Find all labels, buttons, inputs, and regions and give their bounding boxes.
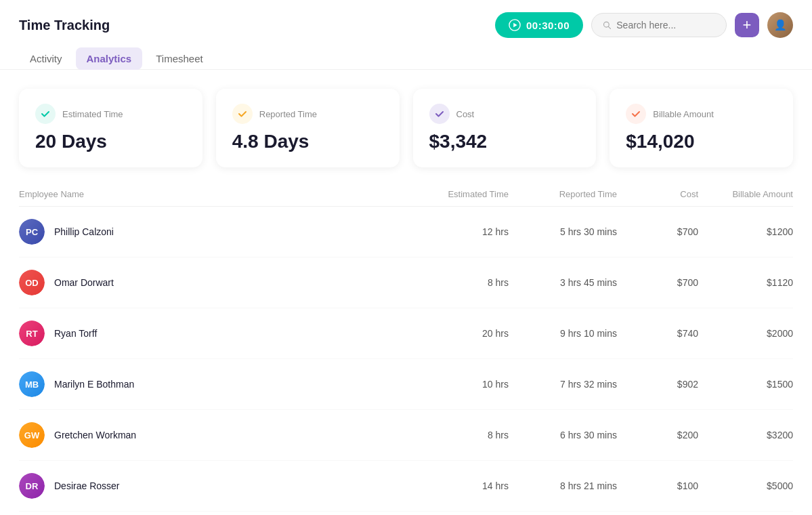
cost-icon bbox=[429, 104, 450, 124]
tab-timesheet[interactable]: Timesheet bbox=[145, 47, 213, 70]
employee-name: Marilyn E Bothman bbox=[54, 379, 134, 390]
estimated-time-cell: 12 hrs bbox=[400, 226, 509, 237]
employee-cell: MB Marilyn E Bothman bbox=[19, 371, 400, 397]
avatar-circle: RT bbox=[19, 321, 45, 346]
reported-time-cell: 6 hrs 30 mins bbox=[509, 430, 617, 440]
avatar-circle: GW bbox=[19, 422, 45, 448]
stat-card-estimated: Estimated Time 20 Days bbox=[19, 89, 202, 167]
reported-value: 4.8 Days bbox=[232, 131, 383, 152]
col-cost: Cost bbox=[617, 189, 698, 199]
tabs: Activity Analytics Timesheet bbox=[0, 38, 812, 70]
content: Estimated Time 20 Days Reported Time 4.8… bbox=[0, 70, 812, 515]
stat-reported-header: Reported Time bbox=[232, 104, 383, 124]
page-title: Time Tracking bbox=[19, 18, 110, 33]
employee-avatar: MB bbox=[19, 371, 45, 397]
check-icon-yellow bbox=[238, 109, 247, 119]
stat-estimated-header: Estimated Time bbox=[35, 104, 186, 124]
avatar-circle: OD bbox=[19, 270, 45, 295]
employee-name: Gretchen Workman bbox=[54, 430, 136, 440]
billable-amount-cell: $1200 bbox=[698, 226, 793, 237]
billable-value: $14,020 bbox=[626, 131, 777, 152]
avatar-circle: DR bbox=[19, 473, 45, 499]
search-bar[interactable] bbox=[591, 13, 727, 37]
cost-cell: $740 bbox=[617, 328, 698, 339]
table-body: PC Phillip Calzoni 12 hrs 5 hrs 30 mins … bbox=[19, 207, 793, 515]
employee-avatar: GW bbox=[19, 422, 45, 448]
stat-billable-header: Billable Amount bbox=[626, 104, 777, 124]
avatar-circle: PC bbox=[19, 219, 45, 245]
avatar: 👤 bbox=[767, 12, 793, 38]
employee-avatar: RT bbox=[19, 321, 45, 346]
tab-analytics[interactable]: Analytics bbox=[76, 47, 143, 70]
estimated-time-cell: 8 hrs bbox=[400, 430, 509, 440]
estimated-time-cell: 10 hrs bbox=[400, 379, 509, 390]
table-row: TC Talan Calzoni 12 hrs 5 hrs 23 mins $4… bbox=[19, 512, 793, 515]
employee-avatar: OD bbox=[19, 270, 45, 295]
estimated-time-cell: 20 hrs bbox=[400, 328, 509, 339]
estimated-value: 20 Days bbox=[35, 131, 186, 152]
timer-value: 00:30:00 bbox=[526, 20, 570, 31]
employee-name: Omar Dorwart bbox=[54, 277, 114, 288]
tab-activity[interactable]: Activity bbox=[19, 47, 73, 70]
billable-amount-cell: $1120 bbox=[698, 277, 793, 288]
cost-value: $3,342 bbox=[429, 131, 580, 152]
check-icon-purple bbox=[435, 109, 444, 119]
billable-amount-cell: $3200 bbox=[698, 430, 793, 440]
estimated-time-cell: 14 hrs bbox=[400, 480, 509, 491]
stat-card-reported: Reported Time 4.8 Days bbox=[216, 89, 400, 167]
employee-table: Employee Name Estimated Time Reported Ti… bbox=[19, 189, 793, 515]
estimated-icon bbox=[35, 104, 56, 124]
employee-name: Phillip Calzoni bbox=[54, 226, 114, 237]
employee-cell: GW Gretchen Workman bbox=[19, 422, 400, 448]
header: Time Tracking 00:30:00 + 👤 bbox=[0, 0, 812, 38]
employee-name: Ryan Torff bbox=[54, 328, 97, 339]
stats-cards: Estimated Time 20 Days Reported Time 4.8… bbox=[19, 89, 793, 167]
stat-cost-header: Cost bbox=[429, 104, 580, 124]
add-button[interactable]: + bbox=[735, 13, 759, 37]
billable-amount-cell: $1500 bbox=[698, 379, 793, 390]
check-icon-green bbox=[41, 109, 50, 119]
stat-card-cost: Cost $3,342 bbox=[413, 89, 597, 167]
billable-icon bbox=[626, 104, 646, 124]
reported-icon bbox=[232, 104, 253, 124]
employee-cell: DR Desirae Rosser bbox=[19, 473, 400, 499]
billable-amount-cell: $2000 bbox=[698, 328, 793, 339]
reported-time-cell: 7 hrs 32 mins bbox=[509, 379, 617, 390]
svg-marker-1 bbox=[513, 23, 517, 27]
stat-card-billable: Billable Amount $14,020 bbox=[610, 89, 793, 167]
col-name: Employee Name bbox=[19, 189, 400, 199]
employee-cell: PC Phillip Calzoni bbox=[19, 219, 400, 245]
reported-time-cell: 9 hrs 10 mins bbox=[509, 328, 617, 339]
check-icon-orange bbox=[631, 109, 641, 119]
svg-line-3 bbox=[608, 26, 610, 28]
cost-label: Cost bbox=[456, 109, 475, 119]
cost-cell: $200 bbox=[617, 430, 698, 440]
table-header: Employee Name Estimated Time Reported Ti… bbox=[19, 189, 793, 207]
reported-time-cell: 8 hrs 21 mins bbox=[509, 480, 617, 491]
avatar-circle: MB bbox=[19, 371, 45, 397]
employee-avatar: DR bbox=[19, 473, 45, 499]
billable-label: Billable Amount bbox=[653, 109, 714, 119]
employee-name: Desirae Rosser bbox=[54, 480, 119, 491]
col-billable: Billable Amount bbox=[698, 189, 793, 199]
employee-avatar: PC bbox=[19, 219, 45, 245]
employee-cell: RT Ryan Torff bbox=[19, 321, 400, 346]
table-row: MB Marilyn E Bothman 10 hrs 7 hrs 32 min… bbox=[19, 359, 793, 410]
table-row: GW Gretchen Workman 8 hrs 6 hrs 30 mins … bbox=[19, 410, 793, 461]
table-row: RT Ryan Torff 20 hrs 9 hrs 10 mins $740 … bbox=[19, 308, 793, 359]
search-input[interactable] bbox=[616, 20, 715, 30]
col-reported: Reported Time bbox=[509, 189, 617, 199]
cost-cell: $700 bbox=[617, 277, 698, 288]
table-row: DR Desirae Rosser 14 hrs 8 hrs 21 mins $… bbox=[19, 461, 793, 512]
table-row: OD Omar Dorwart 8 hrs 3 hrs 45 mins $700… bbox=[19, 258, 793, 308]
cost-cell: $100 bbox=[617, 480, 698, 491]
estimated-time-cell: 8 hrs bbox=[400, 277, 509, 288]
search-icon bbox=[603, 20, 611, 30]
employee-cell: OD Omar Dorwart bbox=[19, 270, 400, 295]
play-icon bbox=[509, 19, 521, 31]
timer-button[interactable]: 00:30:00 bbox=[495, 12, 583, 38]
reported-label: Reported Time bbox=[259, 109, 317, 119]
table-row: PC Phillip Calzoni 12 hrs 5 hrs 30 mins … bbox=[19, 207, 793, 258]
cost-cell: $902 bbox=[617, 379, 698, 390]
reported-time-cell: 5 hrs 30 mins bbox=[509, 226, 617, 237]
